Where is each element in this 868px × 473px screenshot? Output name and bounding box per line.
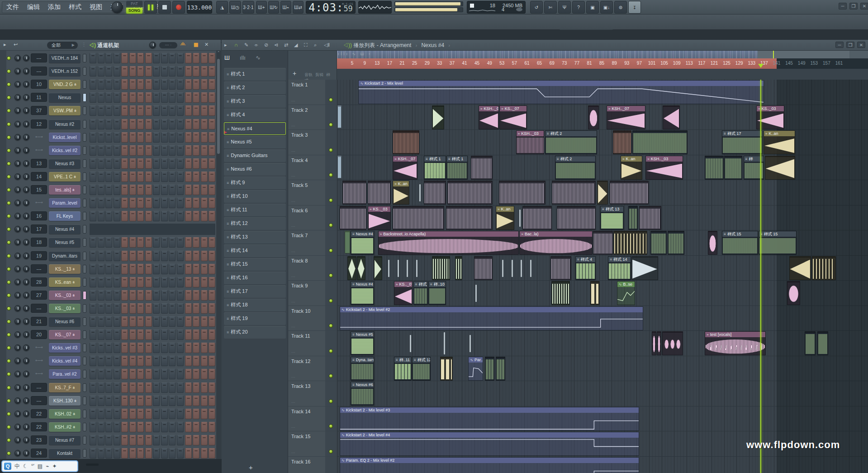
playlist-clip[interactable] bbox=[337, 105, 342, 128]
step-cell[interactable] bbox=[177, 422, 184, 432]
step-cell[interactable] bbox=[90, 356, 96, 366]
step-cell[interactable] bbox=[169, 211, 175, 221]
channel-mute-led[interactable] bbox=[7, 148, 11, 153]
channel-button[interactable]: VEDH..n 184 bbox=[49, 53, 81, 63]
step-cell[interactable] bbox=[153, 303, 160, 314]
step-cell[interactable] bbox=[193, 105, 199, 116]
step-cell[interactable] bbox=[209, 369, 215, 379]
step-cell[interactable] bbox=[193, 264, 199, 274]
step-cell[interactable] bbox=[169, 92, 175, 103]
step-cell[interactable] bbox=[161, 105, 168, 116]
track-options-icon[interactable]: ⋯ bbox=[291, 275, 295, 279]
step-cell[interactable] bbox=[129, 409, 136, 419]
step-cell[interactable] bbox=[145, 172, 152, 182]
add-track-button[interactable]: + bbox=[293, 70, 296, 77]
step-cell[interactable] bbox=[169, 172, 175, 182]
track-options-icon[interactable]: ⋯ bbox=[291, 425, 295, 430]
step-cell[interactable] bbox=[105, 198, 112, 208]
step-cell[interactable] bbox=[137, 422, 144, 432]
pattern-clip[interactable]: ≡样..10 bbox=[428, 281, 446, 305]
keyboard-editor-icon[interactable]: ▦ bbox=[194, 42, 198, 48]
step-cell[interactable] bbox=[185, 185, 192, 195]
mic-icon[interactable]: Ψ bbox=[558, 1, 571, 14]
audio-clip[interactable] bbox=[393, 130, 419, 154]
track-header[interactable]: Track 1⋯ bbox=[288, 80, 337, 105]
step-cell[interactable] bbox=[169, 316, 175, 327]
channel-button[interactable]: KS.._07ıllı bbox=[49, 330, 81, 339]
audio-clip[interactable]: »KS.._07 bbox=[499, 105, 527, 129]
step-cell[interactable] bbox=[193, 277, 199, 287]
step-cell[interactable] bbox=[98, 290, 104, 301]
step-cell[interactable] bbox=[90, 448, 96, 459]
volume-knob[interactable] bbox=[23, 344, 29, 351]
pan-knob[interactable] bbox=[14, 305, 21, 311]
pattern-clip[interactable]: ≡样..11 bbox=[394, 357, 412, 381]
audio-clip[interactable] bbox=[613, 231, 647, 255]
step-cell[interactable] bbox=[137, 303, 144, 314]
menu-item-4[interactable]: 样式 bbox=[65, 3, 85, 11]
track-header[interactable]: Track 3⋯ bbox=[288, 130, 337, 155]
pan-knob[interactable] bbox=[14, 292, 21, 298]
channel-number[interactable]: 24 bbox=[31, 449, 47, 458]
volume-knob[interactable] bbox=[23, 134, 29, 140]
pattern-clip[interactable]: ≡Dyna..tars bbox=[351, 357, 374, 381]
step-cell[interactable] bbox=[169, 303, 175, 314]
step-cell[interactable] bbox=[98, 158, 104, 169]
step-cell[interactable] bbox=[161, 422, 168, 432]
pattern-clip[interactable]: ≡样式 17 bbox=[722, 130, 763, 154]
step-cell[interactable] bbox=[137, 79, 144, 90]
step-cell[interactable] bbox=[185, 198, 192, 208]
step-cell[interactable] bbox=[185, 343, 192, 353]
audio-clip[interactable] bbox=[522, 206, 552, 230]
pattern-item[interactable]: ≡Nexus #6 bbox=[224, 163, 286, 176]
pattern-item[interactable]: ≡Dynamic Guitars bbox=[224, 149, 286, 162]
step-cell[interactable] bbox=[129, 92, 136, 103]
step-cell[interactable] bbox=[153, 172, 160, 182]
volume-knob[interactable] bbox=[23, 292, 29, 298]
step-cell[interactable] bbox=[121, 251, 128, 261]
step-cell[interactable] bbox=[201, 316, 208, 327]
step-cell[interactable] bbox=[121, 53, 128, 63]
step-cell[interactable] bbox=[153, 92, 160, 103]
step-cell[interactable] bbox=[105, 185, 112, 195]
step-cell[interactable] bbox=[153, 264, 160, 274]
pattern-clip[interactable]: ≡样式 2 bbox=[555, 156, 596, 180]
step-cell[interactable] bbox=[169, 145, 175, 156]
channel-mini-slider[interactable] bbox=[83, 317, 86, 326]
step-cell[interactable] bbox=[90, 435, 96, 445]
step-cell[interactable] bbox=[137, 330, 144, 340]
audio-clip[interactable] bbox=[789, 256, 811, 280]
pattern-item[interactable]: ≡样式 15 bbox=[224, 258, 286, 271]
channel-mute-led[interactable] bbox=[7, 240, 11, 244]
step-cell[interactable] bbox=[193, 330, 199, 340]
track-record-led[interactable] bbox=[329, 223, 333, 227]
step-cell[interactable] bbox=[201, 119, 208, 129]
track-header[interactable]: Track 5⋯ bbox=[288, 180, 337, 205]
pattern-clip[interactable] bbox=[628, 206, 638, 230]
step-cell[interactable] bbox=[169, 277, 175, 287]
step-cell[interactable] bbox=[98, 185, 104, 195]
step-cell[interactable] bbox=[137, 369, 144, 379]
step-cell[interactable] bbox=[98, 409, 104, 419]
audio-clip[interactable] bbox=[440, 357, 453, 381]
track-header[interactable]: Track 15⋯ bbox=[288, 431, 337, 457]
piano-roll-preview[interactable] bbox=[90, 224, 215, 235]
pan-knob[interactable] bbox=[14, 160, 21, 167]
pattern-clip[interactable]: ≡Nexus #4 bbox=[351, 281, 374, 305]
step-cell[interactable] bbox=[185, 119, 192, 129]
help-icon[interactable]: ? bbox=[572, 1, 585, 14]
channel-button[interactable]: tes..als]ıllı bbox=[49, 185, 81, 195]
channel-button[interactable]: Param..level bbox=[49, 198, 81, 208]
step-cell[interactable] bbox=[98, 237, 104, 248]
pattern-clip[interactable]: ≡Nexus #6 bbox=[351, 382, 374, 406]
step-cell[interactable] bbox=[129, 105, 136, 116]
step-cell[interactable] bbox=[193, 396, 199, 406]
channel-button[interactable]: KSH..130ıllı bbox=[49, 396, 81, 406]
step-cell[interactable] bbox=[177, 237, 184, 248]
close-icon[interactable]: ✕ bbox=[860, 3, 868, 10]
step-cell[interactable] bbox=[193, 185, 199, 195]
pan-knob[interactable] bbox=[14, 437, 21, 443]
step-cell[interactable] bbox=[105, 356, 112, 366]
volume-knob[interactable] bbox=[23, 239, 29, 245]
step-cell[interactable] bbox=[137, 396, 144, 406]
